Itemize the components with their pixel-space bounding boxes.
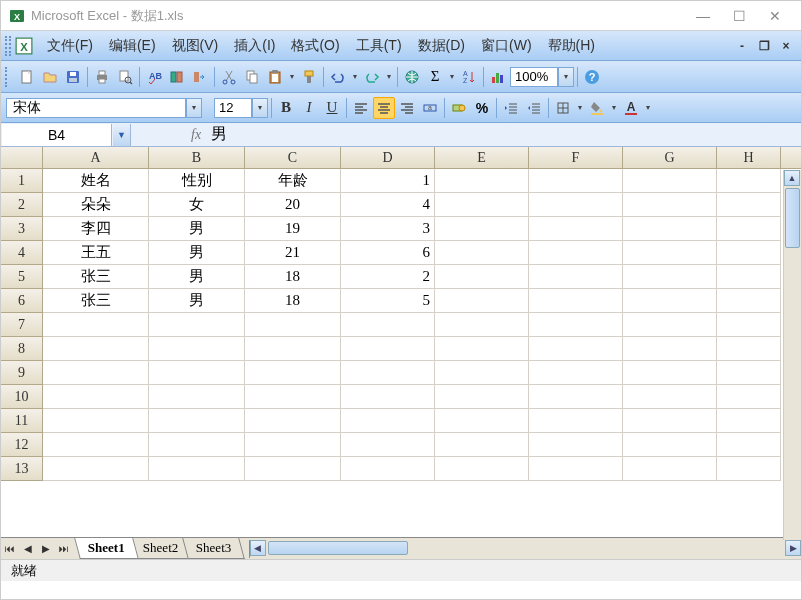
row-header[interactable]: 4	[1, 241, 43, 265]
cell[interactable]	[717, 193, 781, 217]
next-tab-button[interactable]: ▶	[37, 540, 55, 558]
cell[interactable]	[717, 241, 781, 265]
cell[interactable]: 性别	[149, 169, 245, 193]
cell[interactable]: 姓名	[43, 169, 149, 193]
cell[interactable]: 男	[149, 265, 245, 289]
menu-window[interactable]: 窗口(W)	[473, 34, 540, 58]
vertical-scrollbar[interactable]: ▲ ▼	[783, 170, 801, 558]
scroll-thumb-h[interactable]	[268, 541, 408, 555]
cell[interactable]: 张三	[43, 289, 149, 313]
cell[interactable]: 张三	[43, 265, 149, 289]
paste-icon[interactable]	[264, 66, 286, 88]
print-icon[interactable]	[91, 66, 113, 88]
font-size-input[interactable]	[214, 98, 252, 118]
cell[interactable]	[245, 457, 341, 481]
cell[interactable]	[43, 457, 149, 481]
cell[interactable]	[245, 313, 341, 337]
scroll-up-arrow[interactable]: ▲	[784, 170, 800, 186]
cell[interactable]	[341, 313, 435, 337]
name-box-dropdown[interactable]: ▼	[113, 124, 131, 146]
cell[interactable]: 男	[149, 241, 245, 265]
fill-color-icon[interactable]	[586, 97, 608, 119]
cell[interactable]	[529, 265, 623, 289]
cell[interactable]	[529, 313, 623, 337]
cell[interactable]	[245, 337, 341, 361]
cell[interactable]: 21	[245, 241, 341, 265]
row-header[interactable]: 2	[1, 193, 43, 217]
prev-tab-button[interactable]: ◀	[19, 540, 37, 558]
print-preview-icon[interactable]	[114, 66, 136, 88]
cell[interactable]: 18	[245, 289, 341, 313]
menu-tools[interactable]: 工具(T)	[348, 34, 410, 58]
bold-button[interactable]: B	[275, 97, 297, 119]
row-header[interactable]: 7	[1, 313, 43, 337]
cell[interactable]: 李四	[43, 217, 149, 241]
cell[interactable]: 4	[341, 193, 435, 217]
cell[interactable]: 1	[341, 169, 435, 193]
minimize-button[interactable]: —	[685, 2, 721, 30]
cell[interactable]	[529, 169, 623, 193]
borders-dropdown[interactable]: ▾	[575, 103, 585, 112]
first-tab-button[interactable]: ⏮	[1, 540, 19, 558]
cell[interactable]	[623, 265, 717, 289]
cell[interactable]	[623, 313, 717, 337]
cell[interactable]	[435, 337, 529, 361]
align-left-icon[interactable]	[350, 97, 372, 119]
cell[interactable]	[43, 433, 149, 457]
research-icon[interactable]	[166, 66, 188, 88]
cell[interactable]	[529, 289, 623, 313]
help-icon[interactable]: ?	[581, 66, 603, 88]
maximize-button[interactable]: ☐	[721, 2, 757, 30]
align-center-icon[interactable]	[373, 97, 395, 119]
col-header-H[interactable]: H	[717, 147, 781, 168]
cell[interactable]: 6	[341, 241, 435, 265]
increase-indent-icon[interactable]	[523, 97, 545, 119]
row-header[interactable]: 1	[1, 169, 43, 193]
underline-button[interactable]: U	[321, 97, 343, 119]
scroll-thumb-v[interactable]	[785, 188, 800, 248]
cell[interactable]	[529, 433, 623, 457]
cell[interactable]: 年龄	[245, 169, 341, 193]
cell[interactable]	[149, 337, 245, 361]
formula-input[interactable]: 男	[211, 124, 227, 145]
cell[interactable]	[529, 193, 623, 217]
close-button[interactable]: ✕	[757, 2, 793, 30]
menu-file[interactable]: 文件(F)	[39, 34, 101, 58]
cell[interactable]	[435, 409, 529, 433]
tab-sheet3[interactable]: Sheet3	[182, 538, 245, 559]
cell[interactable]	[529, 385, 623, 409]
zoom-dropdown[interactable]: ▾	[558, 67, 574, 87]
cell[interactable]	[717, 169, 781, 193]
row-header[interactable]: 11	[1, 409, 43, 433]
cell[interactable]	[623, 169, 717, 193]
cell[interactable]	[435, 385, 529, 409]
cell[interactable]	[435, 169, 529, 193]
cell[interactable]: 王五	[43, 241, 149, 265]
redo-icon[interactable]	[361, 66, 383, 88]
cell[interactable]	[149, 433, 245, 457]
cell[interactable]	[529, 241, 623, 265]
cell[interactable]	[529, 337, 623, 361]
cell[interactable]	[529, 409, 623, 433]
row-header[interactable]: 12	[1, 433, 43, 457]
doc-restore-button[interactable]: ❐	[756, 38, 772, 54]
spell-icon[interactable]: AB	[143, 66, 165, 88]
doc-minimize-button[interactable]: -	[734, 38, 750, 54]
cell[interactable]	[529, 361, 623, 385]
row-header[interactable]: 10	[1, 385, 43, 409]
cell[interactable]	[341, 457, 435, 481]
cell[interactable]: 朵朵	[43, 193, 149, 217]
excel-doc-icon[interactable]: X	[15, 37, 33, 55]
cell[interactable]: 18	[245, 265, 341, 289]
align-right-icon[interactable]	[396, 97, 418, 119]
font-family-input[interactable]	[6, 98, 186, 118]
cell[interactable]	[341, 337, 435, 361]
cell[interactable]	[43, 337, 149, 361]
tab-sheet1[interactable]: Sheet1	[74, 538, 138, 559]
menu-data[interactable]: 数据(D)	[410, 34, 473, 58]
cell[interactable]	[717, 313, 781, 337]
new-icon[interactable]	[16, 66, 38, 88]
font-family-dropdown[interactable]: ▾	[186, 98, 202, 118]
cell[interactable]: 女	[149, 193, 245, 217]
cell[interactable]	[623, 193, 717, 217]
